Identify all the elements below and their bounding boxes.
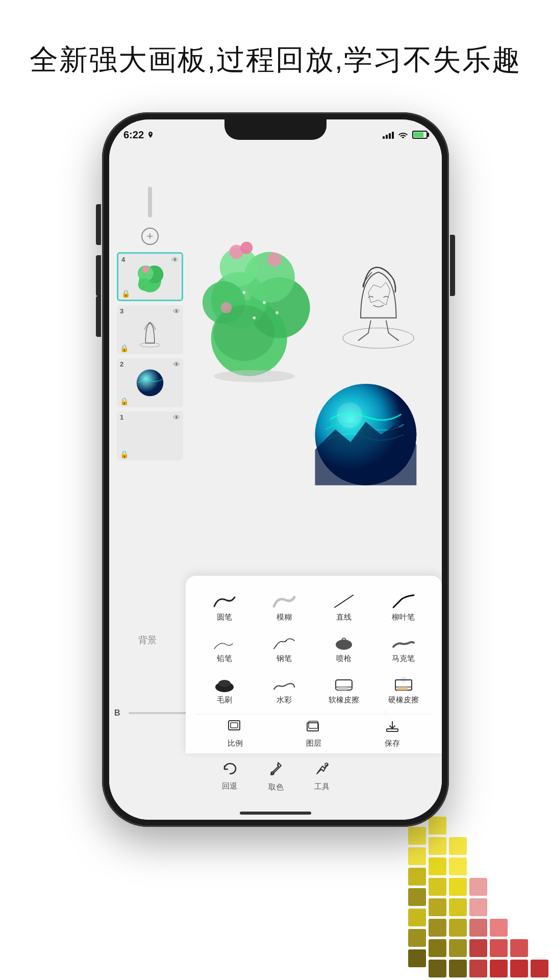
location-icon bbox=[147, 131, 154, 138]
sphere-drawing bbox=[315, 384, 417, 485]
line-brush-label: 直线 bbox=[336, 612, 352, 622]
svg-rect-5 bbox=[408, 929, 426, 947]
layer-eye-4[interactable]: 👁 bbox=[171, 256, 179, 264]
brush-item-brush[interactable]: 毛刷 bbox=[196, 671, 253, 709]
undo-button[interactable]: 回退 bbox=[221, 762, 238, 791]
marker-brush-icon bbox=[391, 633, 416, 652]
svg-rect-74 bbox=[387, 729, 398, 731]
canvas-area: + 4 🔒 👁 bbox=[109, 146, 442, 820]
tool-save[interactable]: 保存 bbox=[353, 720, 432, 748]
slider-label: B bbox=[114, 708, 124, 718]
scroll-indicator[interactable] bbox=[148, 187, 152, 217]
spray-brush-icon bbox=[332, 633, 356, 652]
layer-lock-4[interactable]: 🔒 bbox=[121, 289, 130, 298]
svg-rect-8 bbox=[429, 837, 446, 855]
svg-point-43 bbox=[221, 302, 232, 313]
brush-item-round[interactable]: 圆笔 bbox=[196, 588, 253, 626]
brush-item-willow[interactable]: 柳叶笔 bbox=[375, 588, 432, 626]
brush-item-marker[interactable]: 马克笔 bbox=[375, 629, 432, 668]
round-brush-icon bbox=[212, 592, 237, 610]
layer-lock-1[interactable]: 🔒 bbox=[120, 450, 129, 458]
bust-drawing bbox=[343, 267, 414, 348]
pencil-brush-icon bbox=[212, 633, 237, 652]
pen-brush-label: 钢笔 bbox=[277, 654, 292, 664]
layer-lock-2[interactable]: 🔒 bbox=[120, 397, 129, 405]
tool-button[interactable]: 工具 bbox=[314, 761, 330, 792]
save-label: 保存 bbox=[385, 739, 400, 748]
svg-rect-11 bbox=[429, 898, 446, 916]
willow-brush-label: 柳叶笔 bbox=[392, 612, 415, 622]
layer-number-1: 1 bbox=[120, 413, 123, 421]
color-pick-button[interactable]: 取色 bbox=[268, 761, 284, 792]
phone-outer: 6:22 bbox=[102, 112, 449, 827]
brush-item-watercolor[interactable]: 水彩 bbox=[256, 671, 312, 709]
tool-row: 比例 图层 bbox=[196, 714, 432, 748]
layer-item-3[interactable]: 3 🔒 👁 bbox=[117, 305, 183, 354]
svg-line-60 bbox=[335, 595, 353, 607]
layer-eye-2[interactable]: 👁 bbox=[173, 360, 180, 369]
watercolor-brush-icon bbox=[272, 675, 296, 693]
svg-rect-2 bbox=[408, 868, 426, 886]
watercolor-brush-label: 水彩 bbox=[277, 695, 292, 705]
undo-icon bbox=[221, 762, 238, 779]
layer-eye-3[interactable]: 👁 bbox=[173, 307, 180, 315]
layer-eye-1[interactable]: 👁 bbox=[173, 413, 180, 422]
svg-point-59 bbox=[137, 370, 164, 397]
svg-rect-30 bbox=[510, 939, 528, 957]
status-icons bbox=[383, 131, 428, 139]
tool-layers[interactable]: 图层 bbox=[274, 720, 353, 748]
svg-line-76 bbox=[277, 765, 279, 767]
add-layer-button[interactable]: + bbox=[141, 228, 159, 245]
save-icon bbox=[385, 720, 400, 737]
cactus-drawing bbox=[203, 242, 310, 382]
svg-point-39 bbox=[214, 305, 274, 361]
brush-item-line[interactable]: 直线 bbox=[315, 588, 372, 626]
layer-thumb-3: 3 🔒 👁 bbox=[117, 305, 183, 354]
layer-item-2[interactable]: 2 🔒 👁 bbox=[117, 358, 183, 407]
brush-item-pen[interactable]: 钢笔 bbox=[256, 629, 312, 668]
willow-brush-icon bbox=[391, 592, 416, 610]
svg-point-52 bbox=[337, 403, 362, 428]
svg-rect-31 bbox=[510, 960, 528, 977]
ratio-icon bbox=[228, 720, 243, 737]
phone-screen: 6:22 bbox=[109, 119, 442, 820]
svg-rect-71 bbox=[231, 723, 238, 728]
svg-point-49 bbox=[343, 328, 414, 349]
svg-rect-21 bbox=[449, 960, 467, 977]
fur-brush-label: 毛刷 bbox=[217, 695, 232, 705]
tool-label: 工具 bbox=[314, 782, 330, 792]
home-indicator bbox=[240, 812, 311, 815]
layer-item-1[interactable]: 1 🔒 👁 bbox=[117, 411, 183, 460]
svg-rect-22 bbox=[469, 878, 487, 896]
bottom-toolbar: 回退 取色 bbox=[109, 753, 442, 799]
brush-item-soft-eraser[interactable]: 软橡皮擦 bbox=[315, 671, 372, 709]
layer-thumb-4: 4 🔒 👁 bbox=[117, 252, 183, 301]
line-brush-icon bbox=[332, 592, 356, 610]
tool-ratio[interactable]: 比例 bbox=[196, 720, 274, 748]
svg-point-48 bbox=[276, 311, 279, 314]
hard-eraser-label: 硬橡皮擦 bbox=[388, 695, 419, 705]
wifi-icon bbox=[398, 131, 408, 138]
svg-rect-15 bbox=[449, 837, 467, 855]
layer-item-4[interactable]: 4 🔒 👁 bbox=[117, 252, 183, 301]
svg-point-63 bbox=[218, 680, 231, 687]
brush-item-hard-eraser[interactable]: 硬橡皮擦 bbox=[375, 671, 432, 709]
svg-rect-66 bbox=[338, 687, 348, 690]
brush-item-pencil[interactable]: 铅笔 bbox=[196, 629, 253, 668]
svg-rect-14 bbox=[429, 960, 446, 977]
brush-item-blur[interactable]: 模糊 bbox=[256, 588, 312, 626]
svg-rect-69 bbox=[397, 687, 408, 690]
status-time: 6:22 bbox=[123, 129, 154, 141]
svg-rect-12 bbox=[429, 919, 446, 937]
layer-number-2: 2 bbox=[120, 360, 123, 368]
blur-brush-icon bbox=[272, 592, 296, 610]
eyedropper-icon bbox=[269, 761, 283, 780]
svg-rect-23 bbox=[469, 898, 487, 916]
svg-rect-25 bbox=[469, 939, 487, 957]
layer-lock-3[interactable]: 🔒 bbox=[120, 344, 129, 352]
drawing-area[interactable] bbox=[188, 173, 442, 575]
brush-grid: 圆笔 模糊 直线 bbox=[196, 588, 432, 709]
brush-item-spray[interactable]: 喷枪 bbox=[315, 629, 372, 668]
header-title: 全新强大画板,过程回放,学习不失乐趣 bbox=[0, 41, 551, 80]
notch bbox=[224, 119, 327, 140]
